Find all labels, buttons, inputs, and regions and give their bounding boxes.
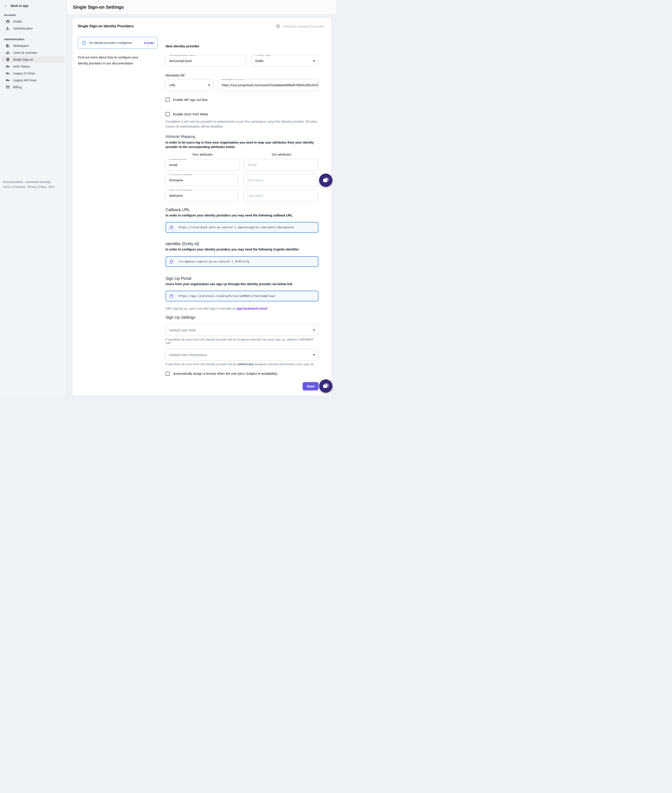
- required-mark: *: [185, 73, 186, 75]
- chevron-down-icon: [208, 85, 210, 86]
- provider-type-select[interactable]: Provider type * SAML: [251, 55, 318, 67]
- card-header: Single Sign-on Identity Providers Add Ne…: [72, 18, 331, 29]
- auto-license-checkbox-row[interactable]: Automatically assign a license when the …: [166, 372, 318, 376]
- chevron-down-icon: [313, 330, 315, 331]
- identifier-value: urn:amazon:cognito:sp:eu-central-1_IPnPs…: [178, 260, 249, 263]
- footer-separator: ·: [25, 185, 28, 189]
- identity-provider-name-input[interactable]: Identity provider name * testJumpCloud: [166, 55, 246, 67]
- metadata-source-select[interactable]: URL: [166, 79, 214, 91]
- docs-note: Find out more about how to configure you…: [78, 54, 148, 66]
- email-attribute-value: email: [169, 163, 178, 167]
- your-attributes-header: Your attributes: [166, 153, 239, 156]
- sidebar-item-single-sign-on[interactable]: Single Sign-on: [2, 56, 64, 63]
- form-heading: New identity provider: [166, 44, 318, 48]
- attribute-mapping-description: In order to let users log in from your o…: [166, 140, 318, 149]
- privacy-policy-link[interactable]: Privacy Policy: [27, 185, 46, 189]
- our-firstname-placeholder: First name: [247, 178, 263, 182]
- app-localstack-cloud-link[interactable]: app.localstack.cloud: [237, 307, 267, 310]
- idp-signout-checkbox[interactable]: [166, 98, 170, 102]
- sidebar-item-label: Auth Tokens: [13, 65, 30, 68]
- firstname-attribute-input[interactable]: First name attribute firstname: [166, 174, 238, 186]
- our-lastname-placeholder: Last name: [247, 194, 263, 197]
- chat-widget-button[interactable]: [319, 174, 333, 187]
- page: Back to app Account Profile Authenticati…: [0, 0, 336, 396]
- account-circle-icon: [6, 19, 10, 24]
- idp-signout-label: Enable IdP sign out flow: [173, 98, 208, 102]
- email-attribute-input[interactable]: Email attribute * email: [166, 159, 239, 171]
- sidebar-item-legacy-ci-keys[interactable]: Legacy CI Keys: [2, 70, 64, 77]
- back-to-app-button[interactable]: Back to app: [0, 0, 67, 8]
- sidebar-item-legacy-api-keys[interactable]: Legacy API Keys: [2, 77, 64, 83]
- signup-portal-copybox: https://app.localstack.cloud/auth/sso/1e…: [166, 291, 318, 301]
- provider-type-label: Provider type *: [254, 55, 274, 56]
- default-user-role-value: Default User Role: [169, 328, 195, 332]
- our-attributes-header: Our attributes: [245, 153, 318, 156]
- terms-of-service-link[interactable]: Terms of Service: [3, 185, 25, 189]
- copy-icon[interactable]: [169, 225, 174, 229]
- our-firstname-input: First name: [243, 174, 318, 186]
- permissions-help-bold: additionally: [237, 362, 254, 366]
- copy-icon[interactable]: [169, 294, 174, 298]
- create-provider-button[interactable]: Create: [144, 41, 154, 45]
- sidebar-item-authentication[interactable]: Authentication: [2, 25, 64, 32]
- new-identity-provider-form: New identity provider Identity provider …: [166, 44, 318, 390]
- main-content: Single Sign-on Identity Providers Add Ne…: [67, 14, 336, 396]
- email-attribute-label: Email attribute *: [168, 159, 189, 160]
- key-icon: [6, 78, 10, 82]
- key-icon: [6, 64, 10, 69]
- sidebar: Back to app Account Profile Authenticati…: [0, 0, 67, 396]
- callback-url-description: In order to configure your identity prov…: [166, 213, 318, 218]
- strict-sso-checkbox[interactable]: [166, 112, 170, 116]
- sidebar-item-profile[interactable]: Profile: [2, 18, 64, 25]
- our-email-placeholder: Email: [248, 163, 257, 167]
- download-desktop-link[interactable]: Download Desktop: [25, 180, 50, 184]
- chat-widget-button[interactable]: [319, 380, 333, 393]
- strict-sso-checkbox-row[interactable]: Enable Strict SSO Mode: [166, 112, 318, 116]
- idp-signout-checkbox-row[interactable]: Enable IdP sign out flow: [166, 98, 318, 102]
- attribute-mapping-heading: Attribute Mapping: [166, 135, 318, 139]
- auto-license-checkbox[interactable]: [166, 372, 170, 376]
- key-icon: [6, 71, 10, 75]
- save-button[interactable]: Save: [302, 382, 318, 390]
- metadata-source-value: URL: [169, 83, 176, 87]
- person-key-icon: [6, 26, 10, 30]
- sidebar-item-billing[interactable]: Billing: [2, 83, 64, 90]
- copy-icon[interactable]: [169, 260, 174, 264]
- default-user-permissions-select[interactable]: Default User Permissions: [166, 349, 318, 361]
- default-user-role-select[interactable]: Default User Role: [166, 324, 318, 336]
- chevron-down-icon: [313, 61, 315, 62]
- top-bar: Single Sign-on Settings: [67, 0, 336, 14]
- identifier-copybox: urn:amazon:cognito:sp:eu-central-1_IPnPs…: [166, 256, 318, 267]
- card-body: No identity providers configured. Create…: [72, 29, 331, 390]
- callback-url-copybox: https://localstack.auth.eu-central-1.ama…: [166, 222, 318, 233]
- sidebar-footer-row2: Terms of Service·Privacy Policy·DPA: [3, 184, 63, 189]
- sidebar-section-account: Account: [4, 13, 63, 17]
- metadata-file-url-input[interactable]: Metadata File URL * https://sso.jumpclou…: [218, 79, 318, 91]
- sidebar-item-workspace[interactable]: Workspace: [2, 42, 64, 49]
- signup-settings-heading: Sign Up Settings: [166, 315, 318, 320]
- add-new-identity-provider-button[interactable]: Add New Identity Provider: [275, 24, 325, 29]
- card-title: Single Sign-on Identity Providers: [78, 24, 134, 28]
- identifier-description: In order to configure your identity prov…: [166, 247, 318, 252]
- sidebar-item-users-licenses[interactable]: Users & Licenses: [2, 49, 64, 56]
- our-lastname-input: Last name: [243, 190, 318, 201]
- building-icon: [6, 44, 10, 48]
- signup-portal-description: Users from your organization can sign up…: [166, 282, 318, 286]
- sidebar-footer: Documentation·Download Desktop Terms of …: [3, 179, 63, 190]
- alert-text: No identity providers configured.: [90, 41, 133, 45]
- default-user-permissions-value: Default User Permissions: [169, 353, 207, 357]
- lastname-attribute-input[interactable]: Last name attribute lastname: [166, 190, 238, 201]
- documentation-link[interactable]: Documentation: [3, 180, 23, 184]
- auto-license-label: Automatically assign a license when the …: [173, 372, 277, 375]
- dpa-link[interactable]: DPA: [49, 185, 55, 189]
- lastname-attribute-value: lastname: [169, 194, 183, 197]
- metadata-file-url-value: https://sso.jumpcloud.com/saml2/metadata…: [222, 83, 318, 87]
- identity-provider-name-value: testJumpCloud: [169, 59, 192, 62]
- back-to-app-label: Back to app: [11, 4, 28, 8]
- lastname-attribute-row: Last name attribute lastname Last name: [166, 190, 318, 201]
- strict-sso-label: Enable Strict SSO Mode: [173, 112, 208, 116]
- sidebar-item-label: Authentication: [13, 27, 33, 30]
- sidebar-item-auth-tokens[interactable]: Auth Tokens: [2, 63, 64, 70]
- shield-star-icon: [6, 58, 10, 62]
- sidebar-item-label: Profile: [13, 20, 22, 23]
